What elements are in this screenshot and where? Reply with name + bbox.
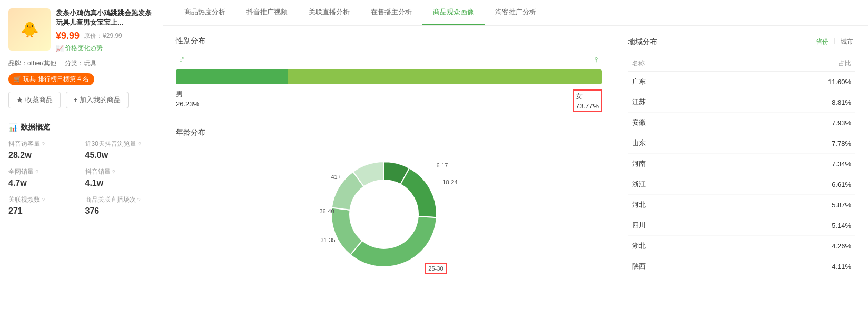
age-section: 年龄分布 6-17 18-24 25-30 [176,128,602,284]
stat-label: 抖音销量 ? [85,167,155,176]
region-row: 河南 7.34% [628,154,855,174]
help-icon[interactable]: ? [42,141,45,147]
male-name: 男 [176,89,199,99]
region-name: 江苏 [628,92,722,113]
tab-item[interactable]: 抖音推广视频 [236,0,298,25]
female-name: 女 [576,92,599,101]
tabs-bar: 商品热度分析抖音推广视频关联直播分析在售播主分析商品观众画像淘客推广分析 [163,0,868,26]
price-current: ¥9.99 [56,31,80,42]
content-area: 性别分布 ♂ ♀ 男 26.23% [163,26,868,329]
gender-bar [176,69,602,84]
chart-icon: 📈 [56,45,64,52]
divider [8,117,154,117]
product-meta: 品牌：other/其他 分类：玩具 [8,59,154,68]
region-name: 四川 [628,215,722,236]
tab-item[interactable]: 在售播主分析 [360,0,422,25]
region-row: 河北 5.87% [628,195,855,215]
region-name: 安徽 [628,113,722,133]
region-name: 湖北 [628,236,722,256]
price-original: 原价：¥29.99 [84,32,122,41]
region-title: 地域分布 [628,37,657,47]
stat-label: 全网销量 ? [8,167,78,176]
price-trend-label: 价格变化趋势 [65,44,103,53]
stat-value: 4.7w [8,178,78,188]
stat-value: 376 [85,206,155,216]
product-price-row: ¥9.99 原价：¥29.99 [56,31,154,42]
tab-item[interactable]: 商品热度分析 [174,0,236,25]
product-title: 发条小鸡仿真小鸡跳跳会跑发条玩具儿童男女宝宝上... [56,8,154,27]
region-section: 地域分布 省份 | 城市 名称 占比 广东 [615,26,868,329]
gender-section: 性别分布 ♂ ♀ 男 26.23% [176,36,602,112]
male-bar [176,69,288,84]
region-pct: 11.60% [722,72,855,92]
region-pct: 6.61% [722,174,855,195]
stat-label: 近30天抖音浏览量 ? [85,139,155,148]
region-name: 河南 [628,154,722,174]
male-pct: 26.23% [176,100,199,108]
region-name: 广东 [628,72,722,92]
region-row: 四川 5.14% [628,215,855,236]
help-icon[interactable]: ? [42,197,45,203]
gender-labels: 男 26.23% 女 73.77% [176,89,602,112]
product-info: 发条小鸡仿真小鸡跳跳会跑发条玩具儿童男女宝宝上... ¥9.99 原价：¥29.… [56,8,154,53]
region-row: 安徽 7.93% [628,113,855,133]
rank-badge: 🛒 玩具 排行榜日榜第 4 名 [8,73,94,85]
region-row: 陕西 4.11% [628,256,855,277]
region-pct: 5.87% [722,195,855,215]
region-row: 湖北 4.26% [628,236,855,256]
female-highlight-box: 女 73.77% [573,89,602,112]
stat-value: 4.1w [85,178,155,188]
age-donut-chart [315,146,452,283]
col-pct: 占比 [722,56,855,72]
region-table: 名称 占比 广东 11.60% 江苏 8.81% 安徽 7.93% 山东 7.7… [628,56,855,276]
region-row: 浙江 6.61% [628,174,855,195]
main-content: 商品热度分析抖音推广视频关联直播分析在售播主分析商品观众画像淘客推广分析 性别分… [163,0,868,329]
stats-grid: 抖音访客量 ? 28.2w 近30天抖音浏览量 ? 45.0w 全网销量 ? 4… [8,139,154,216]
help-icon[interactable]: ? [35,169,38,175]
region-row: 广东 11.60% [628,72,855,92]
stat-item: 关联视频数 ? 271 [8,195,78,216]
collect-button[interactable]: ★ 收藏商品 [8,92,61,108]
region-pct: 5.14% [722,215,855,236]
stat-label: 商品关联直播场次 ? [85,195,155,204]
help-icon[interactable]: ? [137,197,141,203]
tab-item[interactable]: 淘客推广分析 [485,0,547,25]
sidebar: 🐥 发条小鸡仿真小鸡跳跳会跑发条玩具儿童男女宝宝上... ¥9.99 原价：¥2… [0,0,163,329]
price-trend-link[interactable]: 📈 价格变化趋势 [56,44,154,53]
region-pct: 7.93% [722,113,855,133]
city-btn[interactable]: 城市 [839,36,855,47]
province-btn[interactable]: 省份 [814,36,831,47]
help-icon[interactable]: ? [138,141,141,147]
age-title: 年龄分布 [176,128,602,137]
donut-segment [350,216,437,267]
stat-item: 商品关联直播场次 ? 376 [85,195,155,216]
help-icon[interactable]: ? [112,169,115,175]
overview-label: 数据概览 [21,123,50,132]
region-pct: 8.81% [722,92,855,113]
male-icon: ♂ [178,54,185,65]
region-header: 地域分布 省份 | 城市 [628,36,855,47]
col-name: 名称 [628,56,722,72]
region-pct: 4.11% [722,256,855,277]
product-category: 分类：玩具 [65,59,96,68]
stat-label: 抖音访客量 ? [8,139,78,148]
region-name: 河北 [628,195,722,215]
stat-item: 抖音访客量 ? 28.2w [8,139,78,160]
stat-label: 关联视频数 ? [8,195,78,204]
female-icon: ♀ [593,54,600,65]
donut-segment [400,168,437,217]
region-pct: 4.26% [722,236,855,256]
chart-section: 性别分布 ♂ ♀ 男 26.23% [163,26,615,329]
gender-title: 性别分布 [176,36,602,46]
add-product-button[interactable]: + 加入我的商品 [66,92,129,108]
region-pct: 7.78% [722,133,855,154]
tab-item[interactable]: 商品观众画像 [422,0,485,25]
region-name: 浙江 [628,174,722,195]
male-label: 男 26.23% [176,89,199,112]
female-pct: 73.77% [576,102,599,110]
stat-item: 抖音销量 ? 4.1w [85,167,155,188]
stat-item: 全网销量 ? 4.7w [8,167,78,188]
data-overview-title: 📊 数据概览 [8,123,154,132]
female-bar [288,69,602,84]
tab-item[interactable]: 关联直播分析 [298,0,360,25]
